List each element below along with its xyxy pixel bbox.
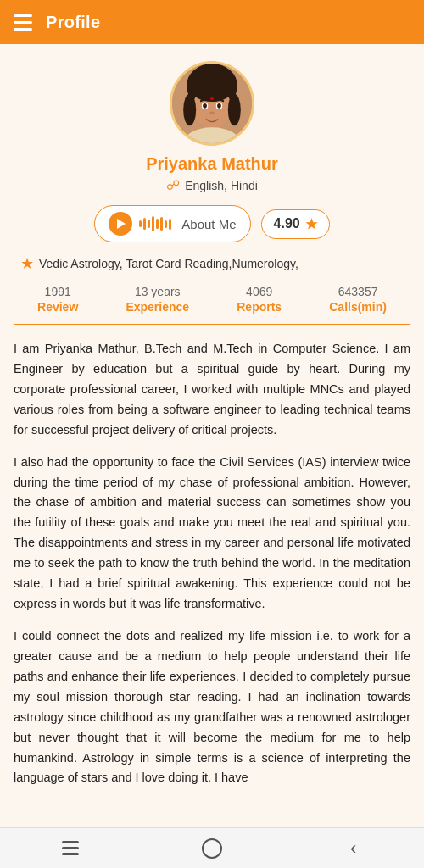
bottom-nav: ‹ xyxy=(0,827,424,868)
profile-section: Priyanka Mathur ☍ English, Hindi About M… xyxy=(0,44,424,326)
waveform xyxy=(139,215,171,232)
play-button[interactable] xyxy=(109,212,132,236)
stats-row: 1991 Review 13 years Experience 4069 Rep… xyxy=(14,285,410,326)
svg-point-11 xyxy=(217,103,221,108)
svg-point-4 xyxy=(228,94,241,126)
stat-reports-label: Reports xyxy=(237,300,282,314)
header: Profile xyxy=(0,0,424,44)
svg-point-3 xyxy=(183,94,196,126)
nav-home-icon xyxy=(202,838,222,859)
stat-experience-value: 13 years xyxy=(135,285,181,298)
nav-back-icon: ‹ xyxy=(350,839,356,858)
nav-menu-button[interactable] xyxy=(49,832,92,865)
translate-icon: ☍ xyxy=(166,177,180,193)
stat-review: 1991 Review xyxy=(37,285,78,314)
stat-experience-label: Experience xyxy=(126,300,189,314)
audio-rating-row: About Me 4.90 ★ xyxy=(14,205,410,242)
bio-para-3: I could connect the dots and realized my… xyxy=(14,626,410,788)
specialties-text: Vedic Astrology, Tarot Card Reading,Nume… xyxy=(39,257,298,270)
audio-player[interactable]: About Me xyxy=(94,205,250,242)
stat-experience: 13 years Experience xyxy=(126,285,189,314)
stat-calls-value: 643357 xyxy=(338,285,378,298)
specialties-row: ★ Vedic Astrology, Tarot Card Reading,Nu… xyxy=(14,254,410,273)
stat-review-label: Review xyxy=(37,300,78,314)
stat-calls-label: Calls(min) xyxy=(329,300,387,314)
stat-reports: 4069 Reports xyxy=(237,285,282,314)
stat-calls: 643357 Calls(min) xyxy=(329,285,387,314)
rating-badge: 4.90 ★ xyxy=(261,209,330,239)
svg-point-12 xyxy=(209,111,215,114)
bio-para-2: I also had the opportunity to face the C… xyxy=(14,453,410,615)
profile-languages: English, Hindi xyxy=(185,179,258,192)
profile-name: Priyanka Mathur xyxy=(146,154,278,174)
stat-reports-value: 4069 xyxy=(246,285,272,298)
nav-menu-icon xyxy=(62,841,79,855)
stat-review-value: 1991 xyxy=(45,285,71,298)
profile-languages-row: ☍ English, Hindi xyxy=(166,177,258,193)
avatar xyxy=(170,61,254,146)
audio-label: About Me xyxy=(181,217,236,231)
nav-back-button[interactable]: ‹ xyxy=(332,832,375,865)
nav-home-button[interactable] xyxy=(191,832,233,865)
svg-point-13 xyxy=(210,97,214,100)
bio-section: I am Priyanka Mathur, B.Tech and M.Tech … xyxy=(0,326,424,868)
svg-point-10 xyxy=(203,103,207,108)
page-title: Profile xyxy=(46,13,100,32)
play-icon xyxy=(117,219,126,229)
rating-value: 4.90 xyxy=(274,216,300,231)
bio-para-1: I am Priyanka Mathur, B.Tech and M.Tech … xyxy=(14,339,410,441)
menu-button[interactable] xyxy=(14,14,32,31)
specialty-star-icon: ★ xyxy=(20,254,34,273)
star-icon: ★ xyxy=(305,216,317,232)
